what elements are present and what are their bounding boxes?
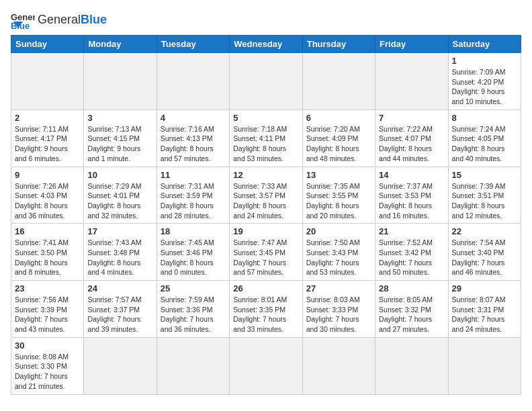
calendar-cell: 24Sunrise: 7:57 AM Sunset: 3:37 PM Dayli… <box>84 281 157 338</box>
calendar-cell <box>230 53 302 110</box>
col-header-monday: Monday <box>84 36 157 53</box>
calendar-week-row: 30Sunrise: 8:08 AM Sunset: 3:30 PM Dayli… <box>11 337 521 394</box>
day-number: 16 <box>15 226 80 236</box>
day-info: Sunrise: 7:52 AM Sunset: 3:42 PM Dayligh… <box>379 238 444 277</box>
calendar: SundayMondayTuesdayWednesdayThursdayFrid… <box>11 35 521 395</box>
calendar-cell <box>302 337 375 394</box>
day-number: 13 <box>306 170 371 180</box>
day-number: 30 <box>15 340 80 351</box>
col-header-friday: Friday <box>375 36 448 53</box>
calendar-week-row: 2Sunrise: 7:11 AM Sunset: 4:17 PM Daylig… <box>11 109 521 167</box>
calendar-cell: 25Sunrise: 7:59 AM Sunset: 3:36 PM Dayli… <box>157 281 229 338</box>
day-info: Sunrise: 8:05 AM Sunset: 3:32 PM Dayligh… <box>379 295 444 334</box>
calendar-cell: 29Sunrise: 8:07 AM Sunset: 3:31 PM Dayli… <box>448 281 521 338</box>
calendar-week-row: 1Sunrise: 7:09 AM Sunset: 4:20 PM Daylig… <box>11 53 521 110</box>
day-info: Sunrise: 7:56 AM Sunset: 3:39 PM Dayligh… <box>15 295 80 334</box>
day-number: 8 <box>452 113 517 123</box>
day-number: 9 <box>15 170 80 180</box>
day-info: Sunrise: 7:45 AM Sunset: 3:46 PM Dayligh… <box>161 238 226 277</box>
day-number: 21 <box>379 226 444 236</box>
day-number: 11 <box>161 170 226 180</box>
day-number: 14 <box>379 170 444 180</box>
calendar-cell: 14Sunrise: 7:37 AM Sunset: 3:53 PM Dayli… <box>375 167 448 224</box>
day-number: 24 <box>87 283 152 293</box>
calendar-cell <box>302 53 375 110</box>
day-number: 22 <box>452 226 517 236</box>
day-info: Sunrise: 7:43 AM Sunset: 3:48 PM Dayligh… <box>87 238 152 277</box>
calendar-cell: 21Sunrise: 7:52 AM Sunset: 3:42 PM Dayli… <box>375 224 448 281</box>
day-number: 19 <box>233 226 298 236</box>
calendar-cell: 22Sunrise: 7:54 AM Sunset: 3:40 PM Dayli… <box>448 224 521 281</box>
calendar-cell <box>230 337 302 394</box>
day-info: Sunrise: 7:09 AM Sunset: 4:20 PM Dayligh… <box>452 67 517 107</box>
calendar-cell: 3Sunrise: 7:13 AM Sunset: 4:15 PM Daylig… <box>84 109 157 167</box>
calendar-cell: 2Sunrise: 7:11 AM Sunset: 4:17 PM Daylig… <box>11 109 84 167</box>
day-info: Sunrise: 7:11 AM Sunset: 4:17 PM Dayligh… <box>15 124 80 164</box>
calendar-cell: 20Sunrise: 7:50 AM Sunset: 3:43 PM Dayli… <box>302 224 375 281</box>
day-number: 29 <box>452 283 517 293</box>
calendar-week-row: 16Sunrise: 7:41 AM Sunset: 3:50 PM Dayli… <box>11 224 521 281</box>
col-header-tuesday: Tuesday <box>157 36 229 53</box>
day-number: 2 <box>15 113 80 123</box>
calendar-cell: 1Sunrise: 7:09 AM Sunset: 4:20 PM Daylig… <box>448 53 521 110</box>
day-info: Sunrise: 8:08 AM Sunset: 3:30 PM Dayligh… <box>15 352 80 392</box>
day-number: 5 <box>233 113 298 123</box>
day-info: Sunrise: 7:47 AM Sunset: 3:45 PM Dayligh… <box>233 238 298 277</box>
day-number: 12 <box>233 170 298 180</box>
day-info: Sunrise: 8:03 AM Sunset: 3:33 PM Dayligh… <box>306 295 371 334</box>
day-info: Sunrise: 7:35 AM Sunset: 3:55 PM Dayligh… <box>306 181 371 221</box>
day-info: Sunrise: 7:57 AM Sunset: 3:37 PM Dayligh… <box>87 295 152 334</box>
day-info: Sunrise: 7:16 AM Sunset: 4:13 PM Dayligh… <box>161 124 226 164</box>
day-info: Sunrise: 8:07 AM Sunset: 3:31 PM Dayligh… <box>452 295 517 334</box>
day-number: 27 <box>306 283 371 293</box>
calendar-cell <box>84 53 157 110</box>
calendar-cell: 16Sunrise: 7:41 AM Sunset: 3:50 PM Dayli… <box>11 224 84 281</box>
calendar-cell <box>157 53 229 110</box>
day-number: 20 <box>306 226 371 236</box>
calendar-cell <box>84 337 157 394</box>
page-header: General Blue GeneralBlue <box>11 11 521 30</box>
logo-text: GeneralBlue <box>38 13 107 27</box>
day-info: Sunrise: 7:39 AM Sunset: 3:51 PM Dayligh… <box>452 181 517 221</box>
calendar-cell <box>375 337 448 394</box>
calendar-cell: 11Sunrise: 7:31 AM Sunset: 3:59 PM Dayli… <box>157 167 229 224</box>
day-number: 17 <box>87 226 152 236</box>
day-number: 23 <box>15 283 80 293</box>
day-number: 28 <box>379 283 444 293</box>
day-info: Sunrise: 7:54 AM Sunset: 3:40 PM Dayligh… <box>452 238 517 277</box>
logo: General Blue GeneralBlue <box>11 11 107 30</box>
day-number: 18 <box>161 226 226 236</box>
day-info: Sunrise: 7:41 AM Sunset: 3:50 PM Dayligh… <box>15 238 80 277</box>
calendar-header-row: SundayMondayTuesdayWednesdayThursdayFrid… <box>11 36 521 53</box>
calendar-cell: 8Sunrise: 7:24 AM Sunset: 4:05 PM Daylig… <box>448 109 521 167</box>
calendar-cell: 5Sunrise: 7:18 AM Sunset: 4:11 PM Daylig… <box>230 109 302 167</box>
calendar-cell: 19Sunrise: 7:47 AM Sunset: 3:45 PM Dayli… <box>230 224 302 281</box>
day-info: Sunrise: 7:26 AM Sunset: 4:03 PM Dayligh… <box>15 181 80 221</box>
calendar-cell: 27Sunrise: 8:03 AM Sunset: 3:33 PM Dayli… <box>302 281 375 338</box>
calendar-cell <box>375 53 448 110</box>
col-header-sunday: Sunday <box>11 36 84 53</box>
day-info: Sunrise: 7:31 AM Sunset: 3:59 PM Dayligh… <box>161 181 226 221</box>
day-number: 1 <box>452 56 517 66</box>
day-info: Sunrise: 7:50 AM Sunset: 3:43 PM Dayligh… <box>306 238 371 277</box>
calendar-cell <box>11 53 84 110</box>
calendar-cell: 9Sunrise: 7:26 AM Sunset: 4:03 PM Daylig… <box>11 167 84 224</box>
day-info: Sunrise: 7:33 AM Sunset: 3:57 PM Dayligh… <box>233 181 298 221</box>
day-number: 15 <box>452 170 517 180</box>
calendar-cell: 15Sunrise: 7:39 AM Sunset: 3:51 PM Dayli… <box>448 167 521 224</box>
day-number: 10 <box>87 170 152 180</box>
col-header-thursday: Thursday <box>302 36 375 53</box>
calendar-cell: 6Sunrise: 7:20 AM Sunset: 4:09 PM Daylig… <box>302 109 375 167</box>
col-header-saturday: Saturday <box>448 36 521 53</box>
col-header-wednesday: Wednesday <box>230 36 302 53</box>
day-number: 26 <box>233 283 298 293</box>
day-info: Sunrise: 7:18 AM Sunset: 4:11 PM Dayligh… <box>233 124 298 164</box>
calendar-cell: 30Sunrise: 8:08 AM Sunset: 3:30 PM Dayli… <box>11 337 84 394</box>
day-number: 3 <box>87 113 152 123</box>
svg-text:Blue: Blue <box>11 21 30 30</box>
calendar-cell: 28Sunrise: 8:05 AM Sunset: 3:32 PM Dayli… <box>375 281 448 338</box>
day-number: 25 <box>161 283 226 293</box>
calendar-week-row: 9Sunrise: 7:26 AM Sunset: 4:03 PM Daylig… <box>11 167 521 224</box>
day-info: Sunrise: 7:20 AM Sunset: 4:09 PM Dayligh… <box>306 124 371 164</box>
calendar-cell: 26Sunrise: 8:01 AM Sunset: 3:35 PM Dayli… <box>230 281 302 338</box>
